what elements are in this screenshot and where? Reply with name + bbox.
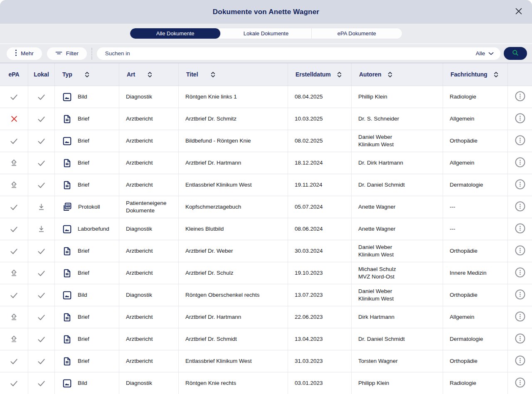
close-button[interactable] bbox=[512, 5, 525, 19]
table-row[interactable]: Bild Diagnostik Röntgen Knie links 1 08.… bbox=[0, 86, 532, 108]
art-label: Diagnostik bbox=[126, 291, 152, 299]
cell-titel: Arztbrief Dr. Weber bbox=[179, 240, 288, 262]
cell-erstelldatum: 18.12.2024 bbox=[288, 152, 352, 174]
author-line: Dirk Hartmann bbox=[358, 313, 394, 321]
cell-actions bbox=[508, 284, 532, 306]
author-line: Daniel Weber bbox=[358, 244, 392, 251]
fachrichtung-label: --- bbox=[450, 203, 456, 211]
image-icon bbox=[62, 290, 72, 300]
upload-icon bbox=[9, 313, 19, 322]
cell-epa bbox=[0, 174, 28, 196]
upload-icon bbox=[9, 180, 19, 190]
table-row[interactable]: PDF Protokoll Patienteneigene Dokumente … bbox=[0, 196, 532, 218]
cell-actions bbox=[508, 306, 532, 328]
erstelldatum-label: 19.10.2023 bbox=[295, 269, 323, 277]
document-icon bbox=[62, 334, 72, 345]
column-header-fachrichtung[interactable]: Fachrichtung bbox=[443, 63, 508, 86]
column-header-lokal: Lokal bbox=[28, 63, 55, 86]
cell-actions bbox=[508, 262, 532, 284]
search-icon bbox=[511, 49, 520, 58]
table-row[interactable]: Brief Arztbericht Arztbrief Dr. Schmitz … bbox=[0, 108, 532, 130]
more-options-icon bbox=[514, 90, 527, 104]
row-actions-button[interactable] bbox=[514, 222, 527, 236]
search-input[interactable] bbox=[104, 50, 475, 57]
fachrichtung-label: Orthopädie bbox=[450, 357, 478, 365]
check-icon bbox=[37, 379, 46, 388]
row-actions-button[interactable] bbox=[514, 288, 527, 302]
titel-label: Bildbefund - Röntgen Knie bbox=[185, 137, 251, 145]
cell-epa bbox=[0, 108, 28, 130]
column-header-erstelldatum[interactable]: Erstelldatum bbox=[288, 63, 352, 86]
table-row[interactable]: Bild Diagnostik Röntgen Knie rechts 03.0… bbox=[0, 372, 532, 394]
row-actions-button[interactable] bbox=[514, 200, 527, 214]
author-line: Anette Wagner bbox=[358, 225, 396, 233]
row-actions-button[interactable] bbox=[514, 156, 527, 170]
fachrichtung-label: Allgemein bbox=[450, 115, 474, 123]
sort-icon[interactable] bbox=[85, 71, 89, 78]
search-button[interactable] bbox=[504, 47, 527, 60]
sort-icon[interactable] bbox=[388, 71, 392, 78]
table-row[interactable]: Brief Arztbericht Arztbrief Dr. Hartmann… bbox=[0, 306, 532, 328]
sort-icon[interactable] bbox=[211, 71, 215, 78]
row-actions-button[interactable] bbox=[514, 266, 527, 280]
column-header-typ[interactable]: Typ bbox=[55, 63, 119, 86]
table-row[interactable]: Brief Arztbericht Arztbrief Dr. Schulz 1… bbox=[0, 262, 532, 284]
cell-erstelldatum: 13.07.2023 bbox=[288, 284, 352, 306]
more-button[interactable]: Mehr bbox=[7, 47, 42, 60]
table-row[interactable]: Brief Arztbericht Entlassbrief Klinikum … bbox=[0, 350, 532, 372]
titel-label: Arztbrief Dr. Hartmann bbox=[185, 313, 241, 321]
erstelldatum-label: 08.04.2025 bbox=[295, 93, 323, 101]
row-actions-button[interactable] bbox=[514, 354, 527, 368]
author-line: Dr. Daniel Schmidt bbox=[358, 181, 405, 189]
table-row[interactable]: Bild Diagnostik Röntgen Oberschenkel rec… bbox=[0, 284, 532, 306]
cell-art: Diagnostik bbox=[119, 284, 179, 306]
table-row[interactable]: Brief Arztbericht Arztbrief Dr. Schmidt … bbox=[0, 328, 532, 350]
typ-label: Bild bbox=[78, 93, 87, 101]
tab-alle-dokumente[interactable]: Alle Dokumente bbox=[130, 28, 221, 39]
search-scope-label: Alle bbox=[475, 50, 485, 57]
table-row[interactable]: Brief Arztbericht Arztbrief Dr. Hartmann… bbox=[0, 152, 532, 174]
table-row[interactable]: Brief Arztbericht Bildbefund - Röntgen K… bbox=[0, 130, 532, 152]
filter-icon bbox=[55, 50, 62, 57]
row-actions-button[interactable] bbox=[514, 178, 527, 192]
cell-epa bbox=[0, 328, 28, 350]
filter-button[interactable]: Filter bbox=[47, 47, 87, 60]
row-actions-button[interactable] bbox=[514, 90, 527, 104]
cell-erstelldatum: 31.03.2023 bbox=[288, 350, 352, 372]
sort-icon[interactable] bbox=[494, 71, 498, 78]
art-label: Diagnostik bbox=[126, 225, 152, 233]
cell-autoren: Anette Wagner bbox=[352, 218, 443, 240]
titel-label: Arztbrief Dr. Weber bbox=[185, 247, 233, 255]
column-header-autoren[interactable]: Autoren bbox=[352, 63, 443, 86]
column-header-art[interactable]: Art bbox=[119, 63, 179, 86]
row-actions-button[interactable] bbox=[514, 244, 527, 258]
cell-fachrichtung: Innere Medizin bbox=[443, 262, 508, 284]
tab-lokale-dokumente[interactable]: Lokale Dokumente bbox=[221, 28, 311, 39]
row-actions-button[interactable] bbox=[514, 310, 527, 324]
cell-autoren: Philipp Klein bbox=[352, 372, 443, 394]
sort-icon[interactable] bbox=[148, 71, 152, 78]
typ-label: Brief bbox=[78, 357, 89, 365]
sort-icon[interactable] bbox=[337, 71, 342, 78]
row-actions-button[interactable] bbox=[514, 332, 527, 346]
search-scope-dropdown[interactable]: Alle bbox=[475, 50, 495, 57]
row-actions-button[interactable] bbox=[514, 376, 527, 390]
row-actions-button[interactable] bbox=[514, 134, 527, 148]
close-icon bbox=[514, 7, 523, 17]
author-line: Klinikum West bbox=[358, 251, 394, 259]
column-header-titel[interactable]: Titel bbox=[179, 63, 288, 86]
image-icon bbox=[62, 224, 72, 234]
table-row[interactable]: Brief Arztbericht Entlassbrief Klinikum … bbox=[0, 174, 532, 196]
art-label: Diagnostik bbox=[126, 93, 152, 101]
titel-label: Kleines Blutbild bbox=[185, 225, 224, 233]
row-actions-button[interactable] bbox=[514, 112, 527, 126]
cell-art: Diagnostik bbox=[119, 86, 179, 108]
cell-epa bbox=[0, 196, 28, 218]
cell-epa bbox=[0, 284, 28, 306]
tab-epa-dokumente[interactable]: ePA Dokumente bbox=[312, 28, 402, 39]
cell-autoren: Phillip Klein bbox=[352, 86, 443, 108]
table-row[interactable]: Brief Arztbericht Arztbrief Dr. Weber 30… bbox=[0, 240, 532, 262]
cell-epa bbox=[0, 350, 28, 372]
table-row[interactable]: Laborbefund Diagnostik Kleines Blutbild … bbox=[0, 218, 532, 240]
cell-fachrichtung: Radiologie bbox=[443, 86, 508, 108]
